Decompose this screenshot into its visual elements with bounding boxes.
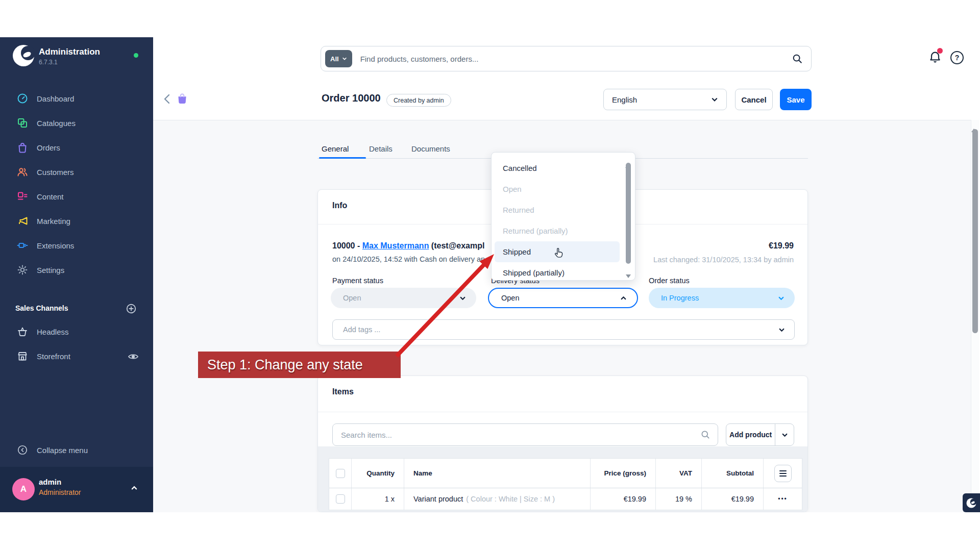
letterbox-bottom <box>0 512 980 551</box>
row-actions-menu[interactable]: ••• <box>778 495 788 503</box>
sidebar-item-customers[interactable]: Customers <box>0 160 153 184</box>
global-search-input[interactable] <box>360 55 792 63</box>
payment-status-select[interactable]: Open <box>331 288 476 308</box>
chevron-down-icon <box>778 295 785 302</box>
chevron-up-icon <box>620 295 627 302</box>
sales-channels-header: Sales Channels <box>15 304 68 312</box>
dropdown-option-shipped-partially[interactable]: Shipped (partially) <box>492 262 635 283</box>
notification-badge-dot <box>937 48 943 54</box>
tab-details[interactable]: Details <box>369 144 393 153</box>
sidebar-item-extensions[interactable]: Extensions <box>0 233 153 258</box>
order-status-label: Order status <box>649 277 690 285</box>
sidebar-item-catalogues[interactable]: Catalogues <box>0 111 153 135</box>
add-product-button[interactable]: Add product <box>726 423 794 446</box>
order-number: 10000 - <box>332 241 362 250</box>
search-scope-label: All <box>330 55 339 63</box>
customer-link[interactable]: Max Mustermann <box>362 241 429 250</box>
delivery-status-select[interactable]: Open <box>488 288 638 308</box>
sidebar-item-headless[interactable]: Headless <box>0 319 153 344</box>
select-all-checkbox[interactable] <box>336 469 345 478</box>
page-title: Order 10000 <box>322 92 381 104</box>
items-search-input[interactable] <box>341 431 700 439</box>
dropdown-option-cancelled[interactable]: Cancelled <box>492 158 635 179</box>
page-scrollbar-thumb[interactable] <box>972 129 978 333</box>
search-icon[interactable] <box>792 53 803 64</box>
page-scrollbar[interactable] <box>971 120 979 512</box>
table-settings-icon <box>779 470 787 477</box>
order-status-select[interactable]: In Progress <box>649 288 795 308</box>
dropdown-scrollbar-thumb[interactable] <box>626 163 631 264</box>
tab-documents[interactable]: Documents <box>411 144 450 153</box>
col-quantity[interactable]: Quantity <box>352 459 404 488</box>
dropdown-scrollbar[interactable] <box>625 156 631 278</box>
chevron-down-icon <box>778 327 785 333</box>
preview-storefront-eye-icon[interactable] <box>127 350 139 363</box>
chevron-down-icon <box>342 56 347 61</box>
order-detail-line: on 24/10/2025, 14:52 with Cash on delive… <box>332 255 485 263</box>
shopware-watermark <box>963 493 980 512</box>
online-status-dot <box>134 53 138 58</box>
divider <box>318 412 807 412</box>
table-settings-button[interactable] <box>774 465 792 482</box>
user-menu[interactable]: A admin Administrator <box>0 467 153 512</box>
collapse-menu-button[interactable]: Collapse menu <box>0 438 153 462</box>
tab-general[interactable]: General <box>322 144 349 153</box>
back-button[interactable] <box>162 93 173 105</box>
customer-email-fragment: (test@exampl <box>429 241 484 250</box>
add-product-chevron[interactable] <box>775 424 794 445</box>
tags-input[interactable]: Add tags ... <box>332 319 795 340</box>
extensions-plug-icon <box>16 239 29 252</box>
col-price[interactable]: Price (gross) <box>591 459 656 488</box>
help-icon[interactable]: ? <box>950 51 964 64</box>
sidebar-item-label: Extensions <box>37 241 74 250</box>
row-price: €19.99 <box>591 488 656 510</box>
add-sales-channel-icon[interactable] <box>126 303 137 314</box>
sidebar-item-label: Customers <box>37 168 74 177</box>
language-value: English <box>612 95 637 104</box>
order-summary-line: 10000 - Max Mustermann (test@exampl <box>332 241 484 251</box>
dashboard-gauge-icon <box>16 92 29 105</box>
sidebar-item-label: Marketing <box>37 217 70 226</box>
chevron-down-icon <box>711 96 718 103</box>
sidebar-item-orders[interactable]: Orders <box>0 135 153 160</box>
created-by-badge: Created by admin <box>386 94 451 107</box>
save-button[interactable]: Save <box>780 89 812 110</box>
row-product-name[interactable]: Variant product <box>413 495 463 503</box>
row-quantity: 1 x <box>352 488 404 510</box>
sidebar-item-content[interactable]: Content <box>0 184 153 209</box>
annotation-step-box: Step 1: Change any state <box>198 352 401 378</box>
sidebar-item-settings[interactable]: Settings <box>0 258 153 282</box>
payment-status-value: Open <box>343 294 361 302</box>
col-name[interactable]: Name <box>404 459 591 488</box>
catalogues-squares-icon <box>16 117 29 129</box>
cancel-button[interactable]: Cancel <box>735 89 773 110</box>
col-vat[interactable]: VAT <box>656 459 702 488</box>
shopware-logo-icon <box>12 44 35 67</box>
last-changed: Last changed: 31/10/2025, 13:34 by admin <box>653 256 794 264</box>
collapse-menu-label: Collapse menu <box>37 446 88 455</box>
sidebar-item-label: Settings <box>37 266 64 274</box>
items-heading: Items <box>332 387 354 396</box>
items-search <box>332 423 718 446</box>
sidebar-item-dashboard[interactable]: Dashboard <box>0 86 153 111</box>
shop-icon <box>16 350 29 362</box>
language-select[interactable]: English <box>603 89 727 110</box>
search-scope-dropdown[interactable]: All <box>325 50 352 67</box>
chevron-up-icon <box>131 484 138 491</box>
sidebar-item-marketing[interactable]: Marketing <box>0 209 153 233</box>
table-row[interactable]: 1 x Variant product ( Colour : White | S… <box>329 488 802 510</box>
payment-status-label: Payment status <box>332 277 383 285</box>
content-layout-icon <box>16 190 29 203</box>
chevron-down-icon <box>781 432 788 438</box>
col-subtotal[interactable]: Subtotal <box>702 459 764 488</box>
row-subtotal: €19.99 <box>702 488 764 510</box>
avatar: A <box>12 478 35 500</box>
scroll-down-arrow-icon[interactable] <box>626 274 631 278</box>
settings-gear-icon <box>16 264 29 276</box>
delivery-status-dropdown: Cancelled Open Returned Returned (partia… <box>491 152 635 281</box>
marketing-megaphone-icon <box>16 215 29 227</box>
sidebar-item-label: Dashboard <box>37 94 74 103</box>
dropdown-option-open: Open <box>492 179 635 199</box>
letterbox-top <box>0 0 980 37</box>
row-checkbox[interactable] <box>336 494 345 504</box>
